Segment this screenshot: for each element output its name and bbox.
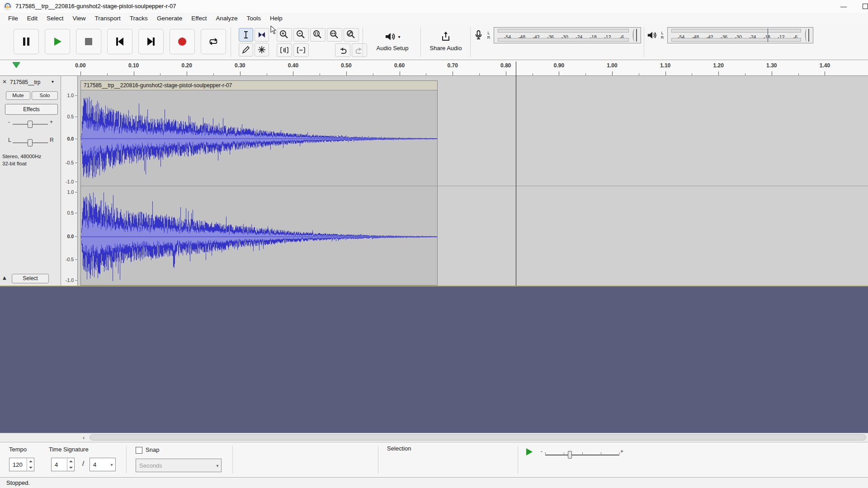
play-at-speed-button[interactable] [525, 447, 533, 456]
clip-title[interactable]: 717585__trp__220816-gunshot2-stage-pisto… [81, 81, 437, 90]
loop-button[interactable] [201, 29, 226, 54]
recording-meter[interactable]: L R -54-48-42-36-30-24-18-12-6 [473, 27, 641, 43]
pan-right-label: R [50, 137, 54, 143]
speaker-icon [384, 31, 396, 42]
menu-item-analyze[interactable]: Analyze [211, 13, 242, 24]
minimize-button[interactable]: — [835, 0, 853, 13]
track-close-button[interactable]: ✕ [2, 79, 7, 85]
record-button[interactable] [170, 29, 195, 54]
window-title: 717585__trp__220816-gunshot2-stage-pisto… [15, 0, 176, 13]
maximize-button[interactable] [856, 0, 868, 13]
horizontal-scrollbar[interactable]: ‹ [0, 433, 868, 442]
tempo-spinner[interactable] [27, 458, 34, 471]
track-vertical-ruler[interactable]: 1.00.50.0-0.5-1.01.00.50.0-0.5-1.0 [61, 76, 78, 286]
fit-selection-button[interactable] [310, 28, 326, 42]
playback-meter[interactable]: L R -54-48-42-36-30-24-18-12-6 [646, 27, 813, 43]
audio-setup-button[interactable]: ▾ Audio Setup [367, 27, 418, 55]
redo-button[interactable] [352, 43, 367, 57]
fit-project-button[interactable] [327, 28, 342, 42]
vertical-scale-tick [75, 236, 77, 237]
waveform-right-channel[interactable] [81, 186, 437, 285]
zoom-in-button[interactable] [277, 28, 292, 42]
snap-checkbox[interactable] [136, 447, 142, 454]
menu-item-edit[interactable]: Edit [23, 13, 42, 24]
bottom-separator [518, 446, 518, 474]
gain-max-label: + [50, 119, 53, 125]
menu-item-transport[interactable]: Transport [90, 13, 125, 24]
time-signature-lower-select[interactable]: 4 ▾ [90, 458, 116, 471]
ruler-label: 0.40 [288, 62, 298, 69]
menu-item-generate[interactable]: Generate [152, 13, 187, 24]
ruler-tick [559, 71, 559, 75]
trim-audio-button[interactable] [277, 43, 292, 57]
playback-volume-thumb[interactable] [805, 29, 809, 42]
ruler-tick [80, 71, 81, 75]
scroll-left-button[interactable]: ‹ [80, 434, 88, 441]
snap-label: Snap [146, 446, 159, 453]
ruler-tick-minor [585, 73, 586, 75]
mute-button[interactable]: Mute [6, 91, 30, 100]
skip-to-end-button[interactable] [138, 29, 164, 54]
pause-button[interactable] [14, 29, 39, 54]
bottom-toolbar: Tempo 120 Time Signature 4 / 4 ▾ Snap Se… [0, 442, 868, 477]
audio-clip[interactable]: 717585__trp__220816-gunshot2-stage-pisto… [80, 80, 438, 286]
ruler-tick [612, 71, 613, 75]
menu-item-help[interactable]: Help [265, 13, 287, 24]
record-meter-bar[interactable]: -54-48-42-36-30-24-18-12-6 [494, 27, 641, 43]
track-name[interactable]: 717585__trp [10, 79, 40, 85]
effects-button[interactable]: Effects [5, 104, 58, 115]
stop-button[interactable] [76, 29, 101, 54]
time-signature-upper-input[interactable]: 4 [51, 458, 75, 471]
edit-toolbar [277, 43, 367, 57]
play-button[interactable] [45, 29, 70, 54]
menu-item-effect[interactable]: Effect [187, 13, 211, 24]
track-waveform-area[interactable]: 717585__trp__220816-gunshot2-stage-pisto… [78, 76, 868, 286]
ruler-tick-minor [160, 73, 160, 75]
scrollbar-thumb[interactable] [90, 434, 866, 441]
play-speed-slider[interactable] [545, 455, 619, 455]
envelope-tool-button[interactable] [255, 28, 269, 42]
ruler-tick [400, 71, 400, 75]
snap-mode-select[interactable]: Seconds ▾ [136, 459, 222, 472]
zoom-toggle-button[interactable] [344, 28, 359, 42]
zoom-out-button[interactable] [293, 28, 309, 42]
vertical-scale-tick [75, 192, 77, 192]
top-toolbar: ▾ Audio Setup Share Audio L R -54-48-42-… [0, 24, 868, 60]
record-volume-thumb[interactable] [633, 29, 637, 42]
track-select-button[interactable]: Select [12, 274, 49, 283]
ruler-tick [293, 71, 293, 75]
vertical-scale-tick [75, 280, 77, 281]
ruler-tick [718, 71, 719, 75]
solo-button[interactable]: Solo [32, 91, 58, 100]
ruler-label: 0.00 [75, 62, 85, 69]
ruler-tick-minor [798, 73, 799, 75]
menu-item-select[interactable]: Select [42, 13, 68, 24]
play-head-triangle-icon[interactable] [12, 62, 20, 68]
tempo-input[interactable]: 120 [9, 458, 34, 471]
track-menu-caret-icon[interactable]: ▾ [52, 79, 54, 84]
pan-slider-thumb[interactable] [28, 139, 33, 146]
draw-tool-button[interactable] [239, 43, 253, 56]
selection-label: Selection [387, 445, 411, 452]
zoom-in-icon [279, 29, 290, 40]
menu-item-view[interactable]: View [68, 13, 90, 24]
play-speed-thumb[interactable] [568, 451, 572, 459]
timeline-ruler[interactable]: 0.000.100.200.300.400.500.600.700.800.90… [0, 60, 868, 76]
menu-item-file[interactable]: File [4, 13, 23, 24]
undo-button[interactable] [335, 43, 350, 57]
track-collapse-button[interactable]: ▲ [3, 275, 6, 280]
waveform-left-channel[interactable] [81, 90, 437, 186]
microphone-icon [473, 29, 484, 41]
time-signature-spinner[interactable] [67, 458, 74, 471]
share-audio-button[interactable]: Share Audio [424, 27, 467, 55]
skip-to-end-icon [145, 36, 157, 47]
gain-slider-thumb[interactable] [28, 121, 33, 128]
menu-item-tools[interactable]: Tools [242, 13, 265, 24]
playback-meter-bar[interactable]: -54-48-42-36-30-24-18-12-6 [667, 27, 813, 43]
multi-tool-button[interactable] [255, 43, 269, 56]
menu-item-tracks[interactable]: Tracks [125, 13, 152, 24]
ruler-tick-minor [107, 73, 108, 75]
skip-to-start-button[interactable] [107, 29, 132, 54]
silence-audio-button[interactable] [293, 43, 309, 57]
selection-tool-button[interactable] [239, 28, 253, 42]
